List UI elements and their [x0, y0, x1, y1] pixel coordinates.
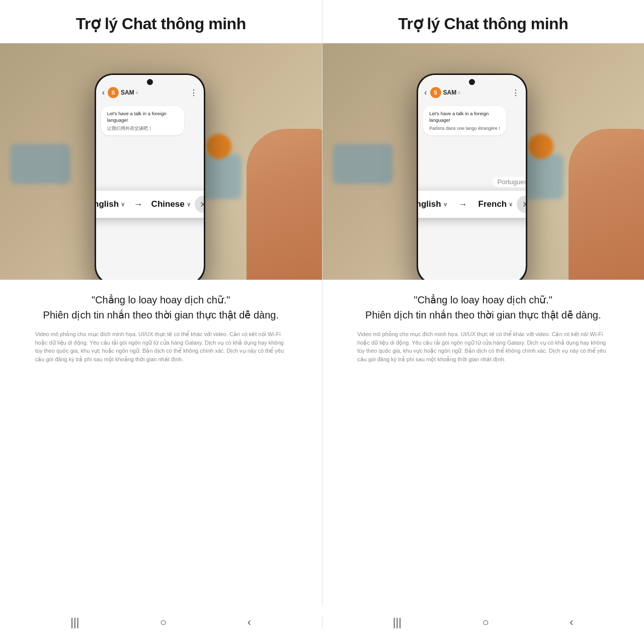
main-container: Trợ lý Chat thông minh ‹ S SAM ∨	[0, 0, 644, 644]
right-nav-recent-icon[interactable]: |||	[393, 616, 401, 629]
left-phone-frame: ‹ S SAM ∨ ⋮ Let's have a talk in a forei…	[95, 73, 205, 280]
left-panel-bottom: "Chẳng lo loay hoay dịch chữ." Phiên dịc…	[0, 280, 322, 606]
left-hand-shape	[247, 129, 322, 280]
right-arrow-icon: →	[451, 199, 474, 210]
left-back-icon[interactable]: ‹	[102, 88, 105, 97]
right-panel-bottom: "Chẳng lo loay hoay dịch chữ." Phiên dịc…	[323, 280, 645, 606]
right-avatar: S	[430, 87, 441, 98]
right-bar-wrapper: Portuguese English ∨ → French	[418, 191, 526, 218]
bottom-section: "Chẳng lo loay hoay dịch chữ." Phiên dịc…	[0, 280, 644, 606]
left-message-original: Let's have a talk in a foreign language!	[107, 110, 178, 124]
left-to-chevron-icon: ∨	[187, 201, 191, 208]
left-messages: Let's have a talk in a foreign language!…	[96, 102, 204, 142]
left-message-translated: 让我们用外语交谈吧！	[107, 125, 178, 132]
left-close-button[interactable]: ✕	[195, 196, 204, 213]
right-hand-shape	[569, 129, 644, 280]
right-phone-screen: ‹ S SAM ∨ ⋮ Let's have a talk in a forei…	[418, 75, 526, 280]
left-to-lang-label: Chinese	[151, 199, 185, 209]
nav-bar: ||| ○ ‹ ||| ○ ‹	[0, 606, 644, 644]
right-from-lang-btn[interactable]: English ∨	[418, 199, 447, 209]
left-panel: Trợ lý Chat thông minh ‹ S SAM ∨	[0, 0, 322, 280]
left-nav-recent-icon[interactable]: |||	[70, 616, 79, 629]
left-from-lang-label: English	[96, 199, 119, 209]
left-subtitle: Phiên dịch tin nhắn theo thời gian thực …	[43, 309, 279, 321]
right-from-lang-label: English	[418, 199, 441, 209]
right-message-original: Let's have a talk in a foreign language!	[429, 110, 500, 124]
right-nav-panel: ||| ○ ‹	[323, 616, 645, 629]
bg-pillow-left	[10, 144, 70, 184]
left-nav-home-icon[interactable]: ○	[160, 616, 167, 629]
left-phone-notch	[147, 79, 153, 85]
right-hand-overlay	[569, 129, 644, 280]
left-from-lang-btn[interactable]: English ∨	[96, 199, 125, 209]
left-title: Trợ lý Chat thông minh	[66, 0, 256, 43]
left-nav-back-icon[interactable]: ‹	[248, 616, 251, 629]
right-nav-home-icon[interactable]: ○	[482, 616, 489, 629]
right-panel: Trợ lý Chat thông minh ‹ S SAM ∨ ⋮	[323, 0, 645, 280]
right-translation-bar-overlay: Portuguese English ∨ → French	[418, 191, 526, 218]
right-message-translated: Parlons dans une langu étrangère !	[429, 125, 500, 132]
right-translation-bar: English ∨ → French ∨ ✕	[418, 191, 526, 218]
right-from-chevron-icon: ∨	[443, 201, 447, 208]
left-quote: "Chẳng lo loay hoay dịch chữ."	[92, 294, 230, 306]
right-disclaimer: Video mô phỏng cho mục đích minh họa. UI…	[357, 330, 609, 363]
top-section: Trợ lý Chat thông minh ‹ S SAM ∨	[0, 0, 644, 280]
right-messages: Let's have a talk in a foreign language!…	[418, 102, 526, 142]
left-close-icon: ✕	[200, 200, 204, 209]
left-hand-overlay	[247, 129, 322, 280]
bg-pillow-left-r	[333, 144, 393, 184]
left-phone-screen: ‹ S SAM ∨ ⋮ Let's have a talk in a forei…	[96, 75, 204, 280]
left-phone-scene: ‹ S SAM ∨ ⋮ Let's have a talk in a forei…	[0, 43, 322, 280]
right-nav-back-icon[interactable]: ‹	[570, 616, 573, 629]
left-from-chevron-icon: ∨	[121, 201, 125, 208]
right-phone-notch	[469, 79, 475, 85]
right-subtitle: Phiên dịch tin nhắn theo thời gian thực …	[365, 309, 601, 321]
left-to-lang-btn[interactable]: Chinese ∨	[151, 199, 191, 209]
right-lang-dropdown-hint: Portuguese	[493, 177, 526, 187]
left-translation-bar: English ∨ → Chinese ∨ ✕	[96, 191, 204, 218]
right-phone-scene: ‹ S SAM ∨ ⋮ Let's have a talk in a forei…	[323, 43, 645, 280]
right-back-icon[interactable]: ‹	[424, 88, 427, 97]
left-avatar: S	[108, 87, 119, 98]
left-message-bubble: Let's have a talk in a foreign language!…	[101, 106, 184, 135]
right-phone-frame: ‹ S SAM ∨ ⋮ Let's have a talk in a forei…	[417, 73, 527, 280]
right-to-lang-label: French	[478, 199, 507, 209]
left-name-chevron: ∨	[135, 90, 139, 95]
right-close-button[interactable]: ✕	[517, 196, 526, 213]
right-to-lang-btn[interactable]: French ∨	[478, 199, 513, 209]
right-quote: "Chẳng lo loay hoay dịch chữ."	[414, 294, 552, 306]
bg-fruit-right	[528, 134, 553, 159]
right-title: Trợ lý Chat thông minh	[388, 0, 578, 43]
right-contact-name: SAM	[443, 89, 457, 96]
right-close-icon: ✕	[522, 200, 526, 209]
bg-fruit-left	[206, 134, 231, 159]
left-arrow-icon: →	[129, 199, 147, 210]
right-to-chevron-icon: ∨	[509, 201, 513, 208]
right-message-bubble: Let's have a talk in a foreign language!…	[423, 106, 506, 135]
right-name-chevron: ∨	[457, 90, 461, 95]
left-nav-panel: ||| ○ ‹	[0, 616, 322, 629]
left-translation-bar-overlay: English ∨ → Chinese ∨ ✕	[96, 191, 204, 218]
left-contact-name: SAM	[121, 89, 134, 96]
left-menu-icon[interactable]: ⋮	[190, 88, 198, 98]
left-disclaimer: Video mô phỏng cho mục đích minh họa. UI…	[35, 330, 287, 363]
right-menu-icon[interactable]: ⋮	[512, 88, 520, 98]
